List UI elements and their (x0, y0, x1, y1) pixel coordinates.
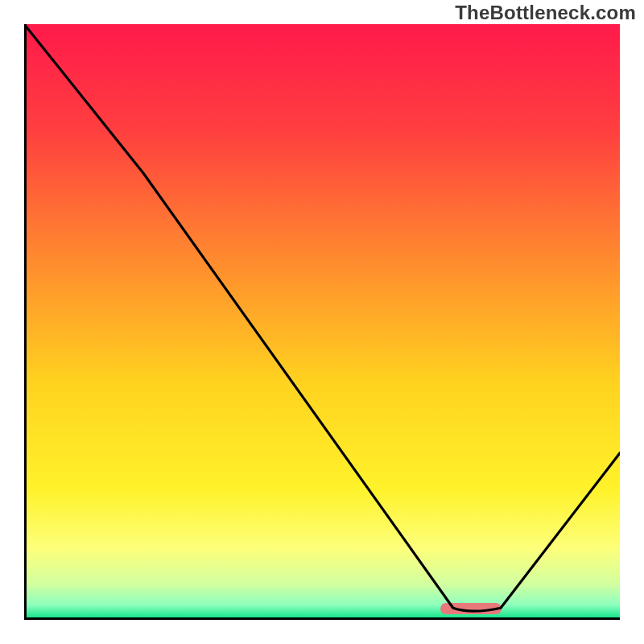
optimal-marker (440, 603, 502, 614)
svg-rect-0 (24, 24, 620, 620)
plot-area (24, 24, 620, 620)
watermark: TheBottleneck.com (455, 2, 636, 24)
heat-gradient (24, 24, 620, 620)
chart-container: TheBottleneck.com (0, 0, 644, 644)
